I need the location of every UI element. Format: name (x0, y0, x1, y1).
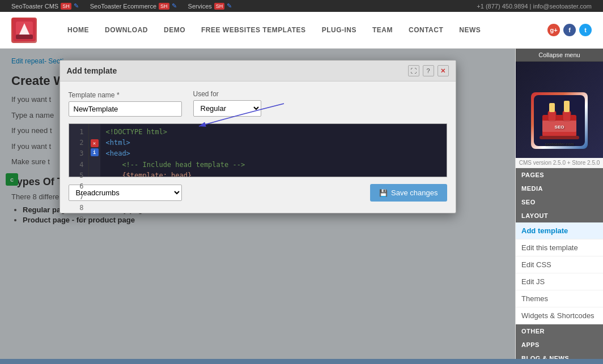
sidebar-item-add-template[interactable]: Add template (516, 222, 603, 239)
sidebar-header-blog[interactable]: BLOG & NEWS (516, 352, 603, 359)
right-sidebar: Collapse menu (515, 49, 603, 359)
code-content[interactable]: <!DOCTYPE html> <html> <head> <!-- Inclu… (100, 124, 447, 177)
logo[interactable] (11, 18, 37, 43)
logo-toaster-text: seotoaster.com (545, 142, 574, 146)
line-numbers: 1 2 3 4 5 6 7 8 9 (69, 124, 89, 177)
topbar-link-cms[interactable]: SeoToaster CMS SH ✎ (11, 2, 79, 10)
code-line-3: <head> (106, 148, 441, 159)
nav-plugins[interactable]: PLUG-INS (314, 22, 364, 38)
code-line-4: <!-- Include head template --> (106, 160, 441, 170)
topbar-link-services[interactable]: Services SH ✎ (188, 2, 232, 10)
modal-footer: Breadcrumbs 💾 Save changes (69, 184, 447, 204)
twitter-icon[interactable]: t (579, 24, 592, 36)
sidebar-item-themes[interactable]: Themes (516, 290, 603, 307)
template-name-input[interactable] (69, 101, 182, 117)
sidebar-logo: SEO seotoaster.com (516, 62, 603, 158)
nav-bar: HOME DOWNLOAD DEMO FREE WEBSITES TEMPLAT… (0, 12, 603, 49)
template-name-label: Template name * (69, 91, 182, 99)
svg-rect-3 (16, 35, 33, 39)
cms-version: CMS version 2.5.0 + Store 2.5.0 (516, 158, 603, 168)
modal-close-button[interactable]: ✕ (438, 65, 449, 76)
google-plus-icon[interactable]: g+ (547, 24, 560, 36)
nav-contact[interactable]: CONTACT (401, 22, 451, 38)
topbar-services-label: Services (188, 3, 212, 10)
top-bar: SeoToaster CMS SH ✎ SeoToaster Ecommerce… (0, 0, 603, 12)
save-label: Save changes (391, 189, 438, 197)
main-area: Edit repeat- Secti... Create W If you wa… (0, 49, 603, 359)
sidebar-header-seo[interactable]: SEO (516, 195, 603, 209)
top-bar-links: SeoToaster CMS SH ✎ SeoToaster Ecommerce… (11, 2, 232, 10)
info-badge: i (91, 148, 99, 156)
nav-links: HOME DOWNLOAD DEMO FREE WEBSITES TEMPLAT… (60, 22, 547, 38)
topbar-services-badge: SH (214, 3, 225, 10)
edit-icon-cms: ✎ (74, 2, 79, 10)
modal-help-button[interactable]: ? (423, 65, 434, 76)
editor-container: 1 2 3 4 5 6 7 8 9 ✕ (69, 123, 447, 177)
modal-dialog: Add template ⛶ ? ✕ Template name * (60, 60, 456, 213)
sidebar-item-edit-template[interactable]: Edit this template (516, 239, 603, 256)
topbar-ecommerce-badge: SH (159, 3, 169, 10)
used-for-label: Used for (193, 90, 261, 98)
code-line-2: <html> (106, 138, 441, 148)
modal-body: Template name * Used for Regular Product… (60, 82, 456, 213)
sidebar-header-apps[interactable]: APPS (516, 338, 603, 352)
error-badge: ✕ (91, 139, 99, 147)
breadcrumb-select[interactable]: Breadcrumbs (69, 185, 182, 201)
editor-badges: ✕ i (89, 124, 100, 177)
collapse-menu-button[interactable]: Collapse menu (516, 49, 603, 62)
nav-home[interactable]: HOME (60, 22, 97, 38)
sidebar-header-media[interactable]: MEDIA (516, 182, 603, 195)
sidebar-item-edit-js[interactable]: Edit JS (516, 273, 603, 290)
nav-team[interactable]: TEAM (364, 22, 401, 38)
topbar-cms-label: SeoToaster CMS (11, 3, 58, 10)
nav-social: g+ f t (547, 24, 592, 36)
svg-rect-10 (549, 103, 555, 112)
topbar-link-ecommerce[interactable]: SeoToaster Ecommerce SH ✎ (90, 2, 177, 10)
form-row: Template name * Used for Regular Product… (69, 90, 447, 117)
top-bar-contact: +1 (877) 450.9894 | info@seotoaster.com (477, 3, 592, 10)
svg-rect-11 (564, 101, 570, 112)
sidebar-header-pages[interactable]: PAGES (516, 168, 603, 182)
nav-free-templates[interactable]: FREE WEBSITES TEMPLATES (193, 22, 314, 38)
svg-rect-8 (548, 111, 556, 121)
svg-rect-12 (540, 136, 579, 139)
edit-icon-services: ✎ (227, 2, 232, 10)
sidebar-item-edit-css[interactable]: Edit CSS (516, 256, 603, 273)
topbar-cms-badge: SH (61, 3, 71, 10)
edit-icon-ecommerce: ✎ (172, 2, 177, 10)
sidebar-item-widgets[interactable]: Widgets & Shortcodes (516, 307, 603, 324)
logo-icon (11, 18, 37, 43)
nav-download[interactable]: DOWNLOAD (97, 22, 156, 38)
used-for-group: Used for Regular Product Blog Category E… (193, 90, 261, 117)
topbar-ecommerce-label: SeoToaster Ecommerce (90, 3, 156, 10)
sidebar-header-other[interactable]: OTHER (516, 324, 603, 338)
code-line-5: {$template:_head} (106, 170, 441, 177)
modal-header: Add template ⛶ ? ✕ (60, 61, 456, 82)
sidebar-logo-image: SEO seotoaster.com (531, 92, 588, 149)
facebook-icon[interactable]: f (563, 24, 576, 36)
modal-overlay: Add template ⛶ ? ✕ Template name * (0, 49, 515, 359)
save-changes-button[interactable]: 💾 Save changes (370, 184, 447, 202)
svg-rect-9 (563, 111, 571, 121)
sidebar-header-layout[interactable]: LAYOUT (516, 209, 603, 222)
used-for-select[interactable]: Regular Product Blog Category Error (193, 100, 261, 117)
nav-news[interactable]: NEWS (451, 22, 489, 38)
code-line-1: <!DOCTYPE html> (106, 127, 441, 138)
template-name-group: Template name * (69, 91, 182, 117)
code-editor[interactable]: 1 2 3 4 5 6 7 8 9 ✕ (69, 123, 447, 177)
modal-header-buttons: ⛶ ? ✕ (408, 65, 449, 76)
svg-rect-7 (542, 115, 576, 121)
save-icon: 💾 (379, 189, 388, 197)
modal-title: Add template (67, 66, 117, 75)
left-content: Edit repeat- Secti... Create W If you wa… (0, 49, 515, 359)
svg-text:SEO: SEO (555, 125, 564, 130)
modal-fullscreen-button[interactable]: ⛶ (408, 65, 419, 76)
nav-demo[interactable]: DEMO (156, 22, 193, 38)
